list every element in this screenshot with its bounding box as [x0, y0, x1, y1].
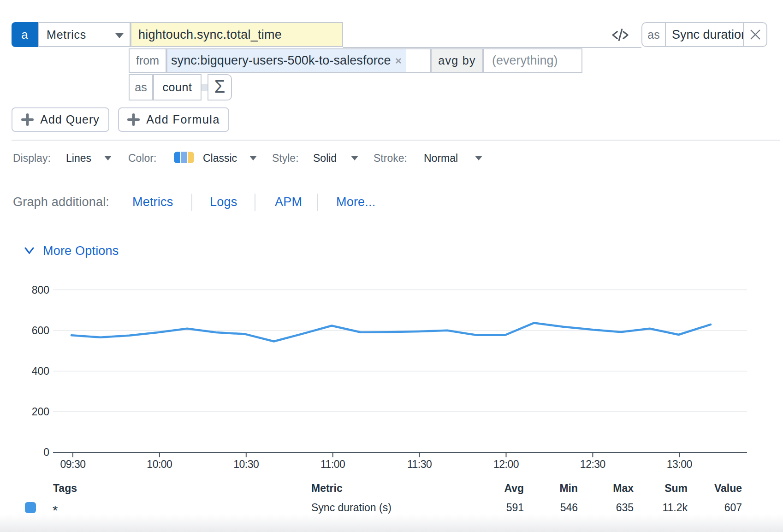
svg-text:11:30: 11:30: [407, 458, 432, 470]
svg-text:600: 600: [32, 325, 49, 337]
svg-text:11:00: 11:00: [320, 458, 345, 470]
svg-text:0: 0: [43, 446, 49, 458]
svg-text:10:00: 10:00: [147, 458, 172, 470]
svg-text:10:30: 10:30: [233, 458, 259, 470]
svg-text:09:30: 09:30: [60, 458, 85, 470]
svg-text:13:00: 13:00: [667, 458, 692, 470]
svg-text:12:30: 12:30: [580, 458, 605, 470]
svg-text:12:00: 12:00: [493, 458, 519, 470]
svg-text:800: 800: [32, 284, 49, 296]
svg-text:400: 400: [32, 365, 49, 377]
svg-text:200: 200: [32, 406, 49, 418]
